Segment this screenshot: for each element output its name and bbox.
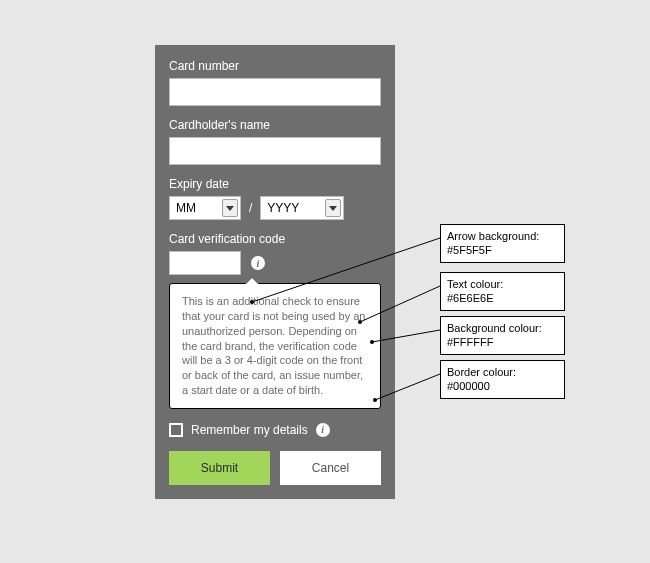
remember-checkbox[interactable]: [169, 423, 183, 437]
annotation-label: Border colour:: [447, 366, 516, 378]
annotation-value: #6E6E6E: [447, 292, 493, 304]
remember-row: Remember my details i: [169, 423, 381, 437]
button-row: Submit Cancel: [169, 451, 381, 485]
info-icon[interactable]: i: [251, 256, 265, 270]
annotation-label: Background colour:: [447, 322, 542, 334]
tooltip-arrow-icon: [245, 277, 259, 284]
expiry-month-wrap: [169, 196, 241, 220]
card-number-input[interactable]: [169, 78, 381, 106]
cvv-tooltip-text: This is an additional check to ensure th…: [182, 295, 365, 396]
cvv-row: i: [169, 251, 381, 275]
cancel-button[interactable]: Cancel: [280, 451, 381, 485]
annotation-value: #FFFFFF: [447, 336, 493, 348]
annotation-value: #000000: [447, 380, 490, 392]
cardholder-name-label: Cardholder's name: [169, 118, 381, 132]
card-number-label: Card number: [169, 59, 381, 73]
expiry-year-select[interactable]: [260, 196, 344, 220]
cvv-label: Card verification code: [169, 232, 381, 246]
annotation-text-colour: Text colour: #6E6E6E: [440, 272, 565, 311]
annotation-border-colour: Border colour: #000000: [440, 360, 565, 399]
remember-label: Remember my details: [191, 423, 308, 437]
expiry-row: /: [169, 196, 381, 220]
cardholder-name-input[interactable]: [169, 137, 381, 165]
expiry-date-label: Expiry date: [169, 177, 381, 191]
expiry-year-wrap: [260, 196, 344, 220]
info-icon[interactable]: i: [316, 423, 330, 437]
annotation-value: #5F5F5F: [447, 244, 492, 256]
annotation-label: Text colour:: [447, 278, 503, 290]
annotation-arrow-bg: Arrow background: #5F5F5F: [440, 224, 565, 263]
expiry-separator: /: [249, 201, 252, 215]
annotation-label: Arrow background:: [447, 230, 539, 242]
cvv-tooltip: This is an additional check to ensure th…: [169, 283, 381, 409]
submit-button[interactable]: Submit: [169, 451, 270, 485]
annotation-bg-colour: Background colour: #FFFFFF: [440, 316, 565, 355]
cvv-input[interactable]: [169, 251, 241, 275]
expiry-month-select[interactable]: [169, 196, 241, 220]
payment-form-panel: Card number Cardholder's name Expiry dat…: [155, 45, 395, 499]
